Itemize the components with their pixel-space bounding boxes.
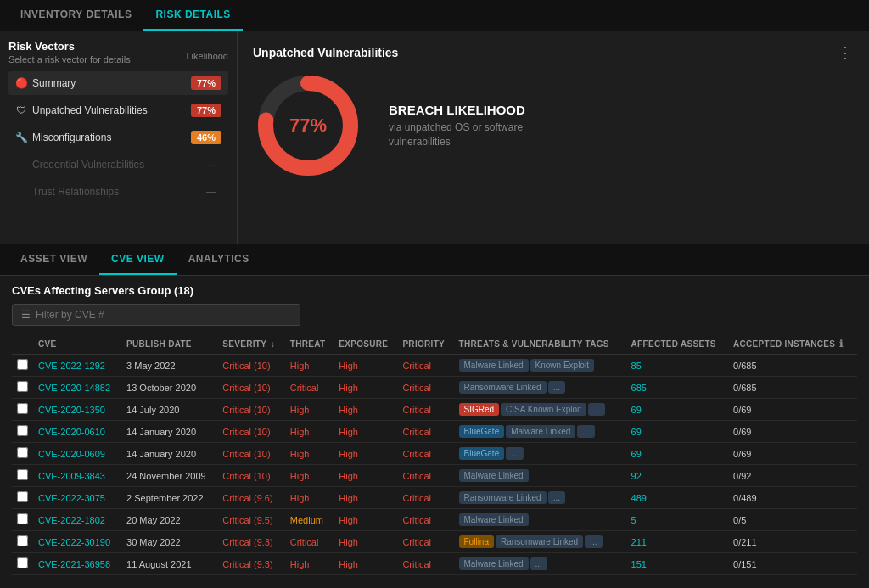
affected-assets[interactable]: 685	[626, 377, 728, 399]
risk-item-name: Unpatched Vulnerabilities	[32, 104, 148, 116]
severity: Critical (10)	[217, 377, 284, 399]
col-exposure[interactable]: EXPOSURE	[334, 334, 397, 355]
row-checkbox[interactable]	[17, 491, 28, 502]
risk-item[interactable]: Credential Vulnerabilities —	[8, 153, 228, 176]
filter-bar: ☰	[12, 304, 300, 326]
row-checkbox-cell	[12, 421, 33, 443]
row-checkbox[interactable]	[17, 359, 28, 370]
cve-link[interactable]: CVE-2020-14882	[38, 383, 110, 393]
col-publish-date[interactable]: PUBLISH DATE	[121, 334, 217, 355]
row-checkbox[interactable]	[17, 447, 28, 458]
nav-inventory-details[interactable]: INVENTORY DETAILS	[8, 0, 143, 31]
table-row: CVE-2020-1350 14 July 2020 Critical (10)…	[12, 399, 857, 421]
vulnerability-tag[interactable]: ...	[585, 535, 602, 548]
vuln-panel: Unpatched Vulnerabilities ⋮ 77% BREACH L…	[238, 31, 869, 244]
nav-risk-details[interactable]: RISK DETAILS	[143, 0, 242, 31]
severity: Critical (10)	[217, 399, 284, 421]
affected-assets[interactable]: 489	[626, 487, 728, 509]
col-affected-assets[interactable]: AFFECTED ASSETS	[626, 334, 728, 355]
vulnerability-tag[interactable]: SIGRed	[459, 403, 500, 416]
affected-assets[interactable]: 69	[626, 443, 728, 465]
cve-link[interactable]: CVE-2022-30190	[38, 537, 110, 547]
affected-assets[interactable]: 211	[626, 531, 728, 553]
cve-section-title: CVEs Affecting Servers Group (18)	[12, 284, 857, 297]
affected-assets[interactable]: 85	[626, 355, 728, 377]
exposure: High	[334, 377, 397, 399]
vulnerability-tag[interactable]: BlueGate	[459, 447, 505, 460]
cve-link[interactable]: CVE-2009-3843	[38, 471, 105, 481]
vulnerability-tag[interactable]: Malware Linked	[459, 513, 529, 526]
table-row: CVE-2020-0609 14 January 2020 Critical (…	[12, 443, 857, 465]
risk-item-left: Credential Vulnerabilities	[15, 159, 144, 171]
vulnerability-tag[interactable]: Ransomware Linked	[496, 535, 583, 548]
table-row: CVE-2020-0610 14 January 2020 Critical (…	[12, 421, 857, 443]
affected-assets[interactable]: 92	[626, 465, 728, 487]
vulnerability-tag[interactable]: ...	[548, 491, 565, 504]
vulnerability-tag[interactable]: Malware Linked	[459, 359, 529, 372]
row-checkbox[interactable]	[17, 535, 28, 546]
vulnerability-tag[interactable]: ...	[506, 447, 523, 460]
col-threat[interactable]: THREAT	[285, 334, 334, 355]
affected-assets[interactable]: 69	[626, 421, 728, 443]
cve-id: CVE-2022-3075	[33, 487, 121, 509]
tags-cell: Malware Linked	[454, 465, 626, 487]
row-checkbox[interactable]	[17, 403, 28, 414]
row-checkbox[interactable]	[17, 513, 28, 524]
col-cve[interactable]: CVE	[33, 334, 121, 355]
vulnerability-tag[interactable]: BlueGate	[459, 425, 505, 438]
vulnerability-tag[interactable]: Follina	[459, 535, 494, 548]
col-tags[interactable]: THREATS & VULNERABILITY TAGS	[454, 334, 626, 355]
dots-menu[interactable]: ⋮	[838, 43, 854, 62]
exposure: High	[334, 443, 397, 465]
vulnerability-tag[interactable]: Malware Linked	[459, 469, 529, 482]
cve-link[interactable]: CVE-2020-1350	[38, 405, 105, 415]
vulnerability-tag[interactable]: Ransomware Linked	[459, 491, 547, 504]
affected-assets[interactable]: 5	[626, 509, 728, 531]
vulnerability-tag[interactable]: Ransomware Linked	[459, 381, 547, 394]
publish-date: 11 August 2021	[121, 553, 217, 575]
cve-link[interactable]: CVE-2020-0610	[38, 427, 105, 437]
row-checkbox[interactable]	[17, 381, 28, 392]
row-checkbox[interactable]	[17, 469, 28, 480]
threat: High	[285, 443, 334, 465]
vulnerability-tag[interactable]: ...	[530, 557, 547, 570]
vulnerability-tag[interactable]: CISA Known Exploit	[501, 403, 586, 416]
vulnerability-tag[interactable]: Known Exploit	[530, 359, 594, 372]
affected-assets[interactable]: 151	[626, 553, 728, 575]
col-priority[interactable]: PRIORITY	[397, 334, 453, 355]
tags-cell: BlueGate...	[454, 443, 626, 465]
publish-date: 20 May 2022	[121, 509, 217, 531]
cve-link[interactable]: CVE-2020-0609	[38, 449, 105, 459]
risk-item[interactable]: 🔴 Summary 77%	[8, 71, 228, 95]
row-checkbox-cell	[12, 553, 33, 575]
cve-id: CVE-2022-1802	[33, 509, 121, 531]
tab-analytics[interactable]: ANALYTICS	[177, 244, 261, 275]
vulnerability-tag[interactable]: ...	[577, 425, 594, 438]
vuln-panel-header: Unpatched Vulnerabilities ⋮	[253, 43, 854, 62]
cve-link[interactable]: CVE-2022-1802	[38, 515, 105, 525]
risk-item[interactable]: 🛡 Unpatched Vulnerabilities 77%	[8, 98, 228, 122]
row-checkbox[interactable]	[17, 425, 28, 436]
risk-item[interactable]: 🔧 Misconfigurations 46%	[8, 126, 228, 149]
vulnerability-tag[interactable]: ...	[548, 381, 565, 394]
row-checkbox-cell	[12, 377, 33, 399]
col-accepted-instances[interactable]: ACCEPTED INSTANCES ℹ	[728, 334, 857, 355]
risk-item-icon: 🔴	[15, 77, 27, 89]
cve-link[interactable]: CVE-2021-36958	[38, 559, 110, 569]
vulnerability-tag[interactable]: ...	[588, 403, 605, 416]
vulnerability-tag[interactable]: Malware Linked	[506, 425, 575, 438]
risk-item[interactable]: Trust Relationships —	[8, 180, 228, 204]
tab-asset-view[interactable]: ASSET VIEW	[8, 244, 99, 275]
row-checkbox[interactable]	[17, 557, 28, 568]
cve-link[interactable]: CVE-2022-1292	[38, 361, 105, 371]
affected-assets[interactable]: 69	[626, 399, 728, 421]
tab-cve-view[interactable]: CVE VIEW	[99, 244, 177, 275]
publish-date: 14 January 2020	[121, 421, 217, 443]
cve-id: CVE-2022-30190	[33, 531, 121, 553]
priority: Critical	[397, 355, 453, 377]
table-row: CVE-2022-1292 3 May 2022 Critical (10) H…	[12, 355, 857, 377]
filter-input[interactable]	[36, 309, 291, 321]
cve-link[interactable]: CVE-2022-3075	[38, 493, 105, 503]
vulnerability-tag[interactable]: Malware Linked	[459, 557, 529, 570]
col-severity[interactable]: SEVERITY ↓	[217, 334, 284, 355]
